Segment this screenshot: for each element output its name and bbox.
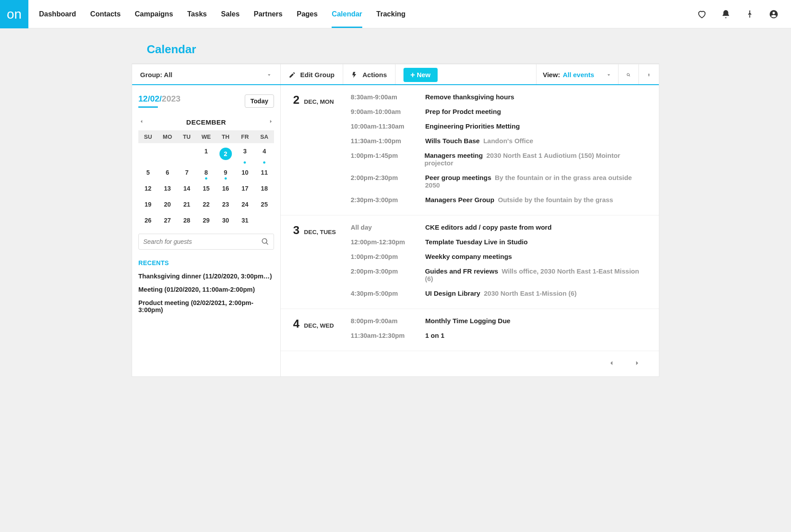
pin-view-button[interactable] bbox=[638, 64, 659, 85]
calendar-day[interactable]: 24 bbox=[235, 196, 255, 212]
prev-month-button[interactable] bbox=[138, 118, 145, 126]
today-button[interactable]: Today bbox=[245, 94, 274, 108]
calendar-day[interactable]: 23 bbox=[216, 196, 235, 212]
day-number: 4 bbox=[293, 317, 299, 331]
calendar-day[interactable]: 4 bbox=[255, 143, 274, 164]
nav-calendar[interactable]: Calendar bbox=[332, 0, 362, 28]
recent-item[interactable]: Thanksgiving dinner (11/20/2020, 3:00pm…… bbox=[138, 273, 274, 280]
event-time: 1:00pm-2:00pm bbox=[351, 253, 417, 260]
edit-group-button[interactable]: Edit Group bbox=[281, 64, 343, 85]
nav-dashboard[interactable]: Dashboard bbox=[39, 0, 76, 28]
event-time: 1:00pm-1:45pm bbox=[351, 152, 416, 159]
nav-tracking[interactable]: Tracking bbox=[376, 0, 406, 28]
agenda-main: 2DEC, MON8:30am-9:00amRemove thanksgivin… bbox=[281, 85, 659, 376]
calendar-day[interactable]: 9 bbox=[216, 164, 235, 180]
calendar-day[interactable]: 22 bbox=[196, 196, 216, 212]
sidebar: 12/02/2023 Today DECEMBER SUMOTUWETHFRSA… bbox=[132, 85, 281, 376]
calendar-body: ...1234567891011121314151617181920212223… bbox=[138, 143, 274, 228]
guest-search[interactable] bbox=[138, 234, 274, 250]
nav-tasks[interactable]: Tasks bbox=[187, 0, 207, 28]
calendar-day[interactable]: 17 bbox=[235, 180, 255, 196]
nav-contacts[interactable]: Contacts bbox=[90, 0, 121, 28]
calendar-day[interactable]: 11 bbox=[255, 164, 274, 180]
event-title: Managers meeting bbox=[424, 152, 483, 159]
calendar-day[interactable]: 19 bbox=[138, 196, 158, 212]
event-row[interactable]: 8:30am-9:00amRemove thanksgiving hours bbox=[351, 93, 648, 104]
calendar-day[interactable]: 13 bbox=[158, 180, 177, 196]
actions-button[interactable]: Actions bbox=[343, 64, 396, 85]
calendar-day[interactable]: 2 bbox=[216, 143, 235, 164]
calendar-day[interactable]: 15 bbox=[196, 180, 216, 196]
recent-item[interactable]: Meeting (01/20/2020, 11:00am-2:00pm) bbox=[138, 286, 274, 293]
event-time: 10:00am-11:30am bbox=[351, 123, 417, 130]
calendar-day[interactable]: 7 bbox=[177, 164, 196, 180]
nav-pages[interactable]: Pages bbox=[297, 0, 317, 28]
event-row[interactable]: 1:00pm-1:45pmManagers meeting2030 North … bbox=[351, 148, 648, 170]
pager bbox=[281, 351, 659, 376]
view-value: All events bbox=[563, 71, 594, 78]
calendar-day[interactable]: 20 bbox=[158, 196, 177, 212]
event-title: CKE editors add / copy paste from word bbox=[425, 223, 552, 231]
event-row[interactable]: 10:00am-11:30amEngineering Priorities Me… bbox=[351, 119, 648, 133]
event-time: 8:30am-9:00am bbox=[351, 94, 417, 101]
group-select[interactable]: Group: All bbox=[132, 64, 281, 85]
calendar-day[interactable]: 21 bbox=[177, 196, 196, 212]
calendar-day: . bbox=[177, 143, 196, 164]
event-row[interactable]: 11:30am-1:00pmWills Touch BaseLandon's O… bbox=[351, 133, 648, 148]
next-page-button[interactable] bbox=[633, 359, 641, 368]
event-row[interactable]: 2:30pm-3:00pmManagers Peer GroupOutside … bbox=[351, 192, 648, 207]
calendar-day[interactable]: 12 bbox=[138, 180, 158, 196]
pin-icon bbox=[647, 71, 651, 78]
nav-campaigns[interactable]: Campaigns bbox=[135, 0, 173, 28]
calendar-card: Group: All Edit Group Actions + New View… bbox=[132, 63, 659, 377]
calendar-day[interactable]: 18 bbox=[255, 180, 274, 196]
nav-sales[interactable]: Sales bbox=[221, 0, 239, 28]
search-button[interactable] bbox=[618, 64, 638, 85]
main-nav: DashboardContactsCampaignsTasksSalesPart… bbox=[39, 0, 406, 28]
recent-item[interactable]: Product meeting (02/02/2021, 2:00pm-3:00… bbox=[138, 299, 274, 313]
calendar-day[interactable]: 5 bbox=[138, 164, 158, 180]
event-row[interactable]: 11:30am-12:30pm1 on 1 bbox=[351, 328, 648, 343]
event-title: Engineering Priorities Metting bbox=[425, 122, 520, 130]
calendar-day[interactable]: 29 bbox=[196, 212, 216, 228]
logo[interactable]: on bbox=[0, 0, 28, 28]
calendar-day[interactable]: 1 bbox=[196, 143, 216, 164]
calendar-day[interactable]: 3 bbox=[235, 143, 255, 164]
event-row[interactable]: 8:00pm-9:00amMonthly Time Logging Due bbox=[351, 317, 648, 328]
next-month-button[interactable] bbox=[268, 118, 274, 126]
account-icon[interactable] bbox=[769, 9, 779, 19]
prev-page-button[interactable] bbox=[607, 359, 615, 368]
event-row[interactable]: 1:00pm-2:00pmWeekky company meetings bbox=[351, 249, 648, 264]
heart-icon[interactable] bbox=[697, 9, 707, 19]
calendar-day[interactable]: 31 bbox=[235, 212, 255, 228]
event-title: Weekky company meetings bbox=[425, 253, 512, 260]
new-button[interactable]: + New bbox=[403, 68, 438, 82]
calendar-day[interactable]: 25 bbox=[255, 196, 274, 212]
event-row[interactable]: 9:00am-10:00amPrep for Prodct meeting bbox=[351, 104, 648, 119]
event-row[interactable]: All dayCKE editors add / copy paste from… bbox=[351, 223, 648, 235]
event-time: All day bbox=[351, 224, 417, 231]
calendar-day[interactable]: 27 bbox=[158, 212, 177, 228]
day-label: DEC, TUES bbox=[304, 229, 336, 235]
event-row[interactable]: 4:30pm-5:00pmUI Design Library2030 North… bbox=[351, 286, 648, 301]
event-row[interactable]: 2:00pm-3:00pmGuides and FR reviewsWills … bbox=[351, 264, 648, 286]
calendar-day[interactable]: 8 bbox=[196, 164, 216, 180]
view-select[interactable]: View: All events bbox=[536, 64, 618, 85]
bell-icon[interactable] bbox=[721, 9, 731, 19]
calendar-day[interactable]: 16 bbox=[216, 180, 235, 196]
calendar-day[interactable]: 26 bbox=[138, 212, 158, 228]
calendar-day[interactable]: 6 bbox=[158, 164, 177, 180]
search-input[interactable] bbox=[143, 238, 261, 245]
pin-icon[interactable] bbox=[745, 9, 755, 19]
event-row[interactable]: 2:00pm-2:30pmPeer group meetingsBy the f… bbox=[351, 170, 648, 192]
calendar-day[interactable]: 14 bbox=[177, 180, 196, 196]
event-title: Guides and FR reviews bbox=[425, 267, 498, 275]
calendar-day[interactable]: 10 bbox=[235, 164, 255, 180]
calendar-day[interactable]: 30 bbox=[216, 212, 235, 228]
calendar-day[interactable]: 28 bbox=[177, 212, 196, 228]
nav-partners[interactable]: Partners bbox=[254, 0, 282, 28]
topbar: on DashboardContactsCampaignsTasksSalesP… bbox=[0, 0, 791, 28]
event-row[interactable]: 12:00pm-12:30pmTemplate Tuesday Live in … bbox=[351, 235, 648, 249]
content-row: 12/02/2023 Today DECEMBER SUMOTUWETHFRSA… bbox=[132, 85, 659, 376]
day-block: 2DEC, MON8:30am-9:00amRemove thanksgivin… bbox=[281, 85, 659, 215]
